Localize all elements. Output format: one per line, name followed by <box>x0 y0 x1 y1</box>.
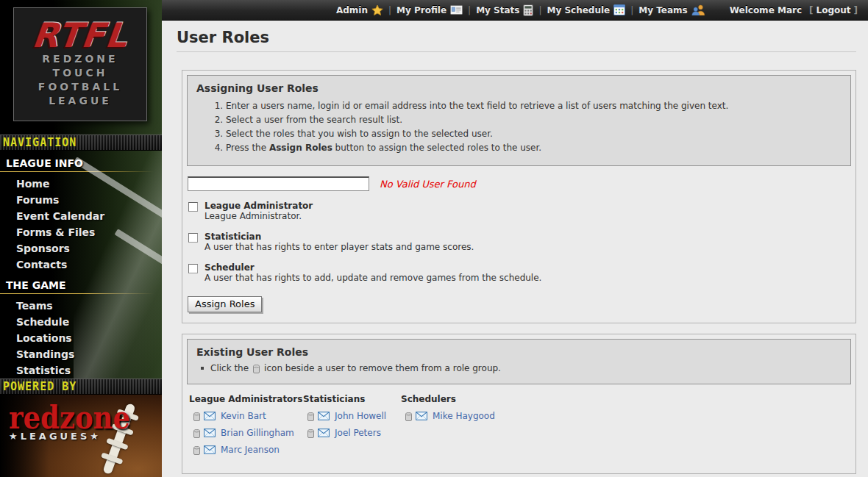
sidebar-item-event-calendar[interactable]: Event Calendar <box>0 208 162 224</box>
user-row: Brian Gillingham <box>193 428 303 438</box>
role-name: Scheduler <box>204 262 541 273</box>
instruction-step-4: Press the Assign Roles button to assign … <box>226 143 842 154</box>
user-row: Marc Jeanson <box>193 445 303 455</box>
existing-roles-header-box: Existing User Roles Click the icon besid… <box>187 339 851 384</box>
group-title: Statisticians <box>303 394 401 404</box>
bin-icon[interactable] <box>307 428 315 438</box>
role-name: Statistician <box>204 232 474 242</box>
topbar-item-label: My Profile <box>396 5 447 15</box>
role-checkbox[interactable] <box>188 233 198 243</box>
square-bullet <box>201 367 204 370</box>
instruction-step-1: Enter a users name, login id or email ad… <box>226 101 842 112</box>
email-icon[interactable] <box>318 428 330 437</box>
email-icon[interactable] <box>204 445 216 454</box>
instruction-step-2: Select a user from the search result lis… <box>226 115 842 126</box>
bin-icon[interactable] <box>405 412 413 421</box>
email-icon[interactable] <box>416 412 427 420</box>
role-option-statistician: Statistician A user that has rights to e… <box>188 232 851 253</box>
user-link[interactable]: Kevin Bart <box>221 411 266 421</box>
instruction-step-3: Select the roles that you wish to assign… <box>226 129 842 140</box>
bin-icon[interactable] <box>193 445 201 455</box>
group-icon <box>691 4 705 15</box>
user-row: John Howell <box>307 411 401 421</box>
assign-roles-heading: Assigning User Roles <box>196 82 842 94</box>
sidebar-item-schedule[interactable]: Schedule <box>0 314 162 330</box>
bin-icon[interactable] <box>193 428 201 438</box>
welcome-message: Welcome Marc <box>730 5 802 15</box>
sidebar-item-contacts[interactable]: Contacts <box>0 257 162 273</box>
sidebar-item-teams[interactable]: Teams <box>0 298 162 314</box>
logout-bracket: ] <box>854 5 858 15</box>
sidebar-item-statistics[interactable]: Statistics <box>0 362 162 379</box>
sidebar-item-forms-files[interactable]: Forms & Files <box>0 224 162 240</box>
redzone-leagues-logo[interactable]: redzone ★LEAGUES★ <box>0 395 162 442</box>
group-title: Schedulers <box>401 394 495 404</box>
sidebar-item-home[interactable]: Home <box>0 176 162 192</box>
football-lace <box>101 452 124 465</box>
topbar: Admin | My Profile | My Stats | My Sched… <box>162 0 868 21</box>
vcard-icon <box>450 5 463 15</box>
user-link[interactable]: John Howell <box>335 411 386 421</box>
remove-hint-post: icon beside a user to remove them from a… <box>264 363 501 373</box>
email-icon[interactable] <box>318 412 330 420</box>
user-link[interactable]: Mike Haygood <box>433 411 495 421</box>
bin-icon[interactable] <box>193 412 201 421</box>
remove-hint-pre: Click the <box>210 363 249 373</box>
user-row: Kevin Bart <box>193 411 303 421</box>
topbar-item-my-stats[interactable]: My Stats <box>471 4 538 16</box>
calendar-icon <box>613 4 625 15</box>
assign-roles-instructions-box: Assigning User Roles Enter a users name,… <box>187 75 851 166</box>
role-checkbox[interactable] <box>188 264 198 273</box>
instruction-step-4-pre: Press the <box>226 143 269 153</box>
rtfl-logo-abbr: RTFL <box>13 18 149 52</box>
group-title: League Administrators <box>189 394 303 404</box>
logout-bracket: [ <box>809 5 813 15</box>
main-content: User Roles Assigning User Roles Enter a … <box>162 21 868 477</box>
topbar-item-my-schedule[interactable]: My Schedule <box>541 4 630 15</box>
assign-instructions-list: Enter a users name, login id or email ad… <box>196 101 842 154</box>
user-row: Mike Haygood <box>405 411 495 421</box>
sidebar-section-the-game: THE GAME <box>0 273 162 293</box>
sidebar-item-sponsors[interactable]: Sponsors <box>0 240 162 257</box>
role-description: League Administrator. <box>204 211 313 222</box>
sidebar-item-forums[interactable]: Forums <box>0 192 162 208</box>
sidebar-item-locations[interactable]: Locations <box>0 330 162 346</box>
rtfl-logo-line: TOUCH <box>14 66 146 80</box>
topbar-item-my-profile[interactable]: My Profile <box>391 5 468 15</box>
existing-roles-heading: Existing User Roles <box>196 346 842 358</box>
user-link[interactable]: Joel Peters <box>335 428 381 438</box>
group-statisticians: Statisticians John Howell Joel Peters <box>303 394 401 462</box>
redzone-logo-name: redzone <box>9 403 130 431</box>
user-link[interactable]: Marc Jeanson <box>221 445 280 455</box>
league-logo-area: RTFL REDZONE TOUCH FOOTBALL LEAGUE <box>0 0 162 135</box>
bin-icon[interactable] <box>307 412 315 421</box>
role-groups: League Administrators Kevin Bart Brian G… <box>189 394 851 462</box>
star-icon <box>371 4 383 16</box>
group-league-administrators: League Administrators Kevin Bart Brian G… <box>189 394 303 462</box>
assign-roles-button[interactable]: Assign Roles <box>188 296 262 312</box>
user-search-row: No Valid User Found <box>188 176 851 191</box>
topbar-item-admin[interactable]: Admin <box>331 4 388 16</box>
rtfl-logo-line: LEAGUE <box>14 94 146 108</box>
role-name: League Administrator <box>204 201 313 211</box>
email-icon[interactable] <box>204 428 216 437</box>
role-description: A user that has rights to enter player s… <box>204 242 474 253</box>
user-link[interactable]: Brian Gillingham <box>221 428 294 438</box>
remove-hint: Click the icon beside a user to remove t… <box>201 363 842 373</box>
sidebar-item-standings[interactable]: Standings <box>0 346 162 362</box>
rtfl-logo-line: FOOTBALL <box>14 80 146 94</box>
user-search-input[interactable] <box>188 176 369 191</box>
sidebar: RTFL REDZONE TOUCH FOOTBALL LEAGUE NAVIG… <box>0 0 162 477</box>
topbar-item-my-teams[interactable]: My Teams <box>633 4 710 15</box>
topbar-item-label: My Stats <box>476 5 519 15</box>
user-row: Joel Peters <box>307 428 401 438</box>
topbar-item-label: My Teams <box>638 5 687 15</box>
email-icon[interactable] <box>204 412 216 420</box>
logout-link[interactable]: [ Logout ] <box>809 5 858 15</box>
role-checkbox[interactable] <box>188 202 198 212</box>
title-divider <box>177 51 856 52</box>
topbar-item-label: My Schedule <box>547 5 610 15</box>
logout-label: Logout <box>817 5 851 15</box>
instruction-step-4-post: button to assign the selected roles to t… <box>332 143 541 153</box>
rtfl-logo[interactable]: RTFL REDZONE TOUCH FOOTBALL LEAGUE <box>13 7 147 121</box>
